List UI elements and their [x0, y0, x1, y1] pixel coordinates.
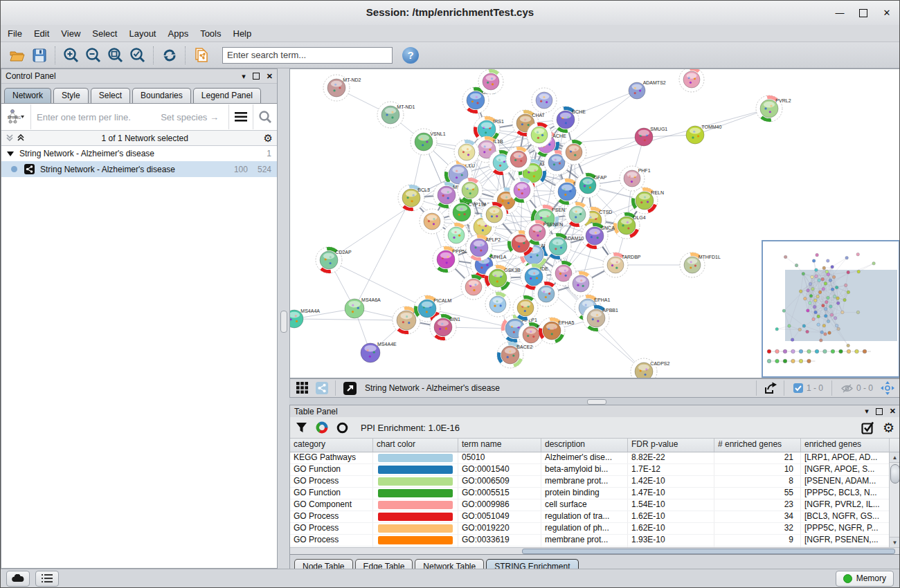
network-node[interactable]: GFAP	[575, 173, 607, 198]
close-icon[interactable]: ✕	[881, 7, 892, 18]
import-network-button[interactable]	[191, 45, 212, 66]
column-header-chart-color[interactable]: chart color	[373, 439, 458, 452]
table-row[interactable]: GO ProcessGO:0051049regulation of tra...…	[290, 511, 900, 523]
network-node[interactable]	[561, 140, 586, 165]
zoom-out-button[interactable]	[83, 45, 104, 66]
table-row[interactable]: GO ProcessGO:0006509membrane prot...1.42…	[290, 476, 900, 488]
tab-network[interactable]: Network	[4, 88, 51, 103]
network-node[interactable]: MS4A4A	[290, 309, 320, 328]
network-node[interactable]: CD2AP	[316, 247, 352, 273]
string-database-selector[interactable]: STRING	[1, 104, 31, 129]
menu-help[interactable]: Help	[233, 28, 252, 39]
table-row[interactable]: GO FunctionGO:0005515protein binding1.47…	[290, 488, 900, 499]
menu-select[interactable]: Select	[92, 28, 117, 39]
refresh-button[interactable]	[159, 45, 180, 66]
network-node[interactable]: EPHA5	[539, 318, 574, 344]
network-node[interactable]: BACE2	[497, 342, 532, 368]
network-view[interactable]: MT-ND2MT-ND1VSNL1GAB2IRS1CHATBCHEACHEAPO…	[289, 68, 900, 378]
checkbox-icon[interactable]	[793, 383, 803, 393]
network-graph[interactable]: MT-ND2MT-ND1VSNL1GAB2IRS1CHATBCHEACHEAPO…	[290, 69, 900, 378]
network-node[interactable]: PHF1	[620, 166, 651, 191]
network-node[interactable]: VSNL1	[411, 129, 446, 155]
column-header-enriched-genes[interactable]: # enriched genes	[714, 439, 801, 452]
table-row[interactable]: GO ProcessGO:0019220regulation of ph...1…	[290, 523, 900, 535]
scroll-up-arrow[interactable]: ▲	[890, 452, 900, 463]
string-options-button[interactable]	[228, 104, 253, 129]
network-node[interactable]: PVRL2	[756, 95, 791, 122]
network-node[interactable]: TOMM40	[686, 125, 722, 144]
filter-icon[interactable]	[296, 422, 307, 433]
network-node[interactable]	[506, 147, 531, 172]
network-collection-row[interactable]: String Network - Alzheimer's disease 1	[1, 146, 277, 161]
enrichment-settings-gear-icon[interactable]: ⚙	[883, 423, 894, 433]
birds-eye-view[interactable]	[762, 241, 899, 377]
menu-edit[interactable]: Edit	[34, 28, 49, 39]
zoom-in-button[interactable]	[61, 45, 82, 66]
help-button[interactable]: ?	[402, 47, 419, 64]
menu-view[interactable]: View	[61, 28, 80, 39]
string-query-input[interactable]	[31, 104, 228, 129]
network-node[interactable]	[461, 275, 486, 300]
splitter-grip[interactable]	[587, 399, 606, 405]
network-node[interactable]: BIN1	[430, 314, 460, 340]
open-file-button[interactable]	[7, 45, 28, 66]
export-image-button[interactable]	[762, 380, 780, 396]
table-row[interactable]: GO ComponentGO:0009986cell surface1.54E-…	[290, 499, 900, 511]
network-node[interactable]	[568, 271, 593, 296]
network-node[interactable]: RELN	[631, 187, 664, 214]
birds-eye-toggle-button[interactable]	[313, 380, 331, 396]
network-node[interactable]: DLG4	[613, 212, 646, 239]
menu-file[interactable]: File	[8, 28, 22, 39]
panel-menu-icon[interactable]: ▾	[242, 72, 246, 81]
tab-select[interactable]: Select	[91, 88, 130, 103]
chart-settings-icon[interactable]	[316, 421, 328, 434]
network-node[interactable]	[532, 88, 557, 113]
tab-boundaries[interactable]: Boundaries	[132, 88, 191, 103]
network-node[interactable]: APBB1	[583, 305, 618, 331]
network-node[interactable]: SNCA	[582, 223, 615, 249]
network-node[interactable]: MS4A4E	[361, 342, 397, 362]
network-node[interactable]	[458, 178, 483, 203]
network-node[interactable]	[513, 295, 538, 320]
tab-legend-panel[interactable]: Legend Panel	[193, 88, 261, 103]
divider-grip[interactable]	[280, 311, 287, 333]
collapse-triangle-icon[interactable]	[7, 151, 14, 156]
ring-chart-icon[interactable]	[336, 422, 348, 434]
network-node[interactable]: BCL3	[398, 185, 430, 211]
scrollbar-thumb[interactable]	[522, 549, 895, 554]
menu-tools[interactable]: Tools	[200, 28, 221, 39]
collapse-expand-icons[interactable]	[6, 134, 26, 143]
network-node[interactable]	[565, 202, 590, 227]
network-node[interactable]: ADAMTS2	[629, 80, 666, 99]
network-node[interactable]	[444, 223, 469, 248]
network-node[interactable]: MT-ND1	[377, 102, 415, 128]
select-columns-icon[interactable]	[861, 421, 874, 434]
save-session-button[interactable]	[29, 45, 50, 66]
table-horizontal-scrollbar[interactable]	[290, 547, 900, 554]
panel-menu-icon[interactable]: ▾	[865, 407, 869, 416]
fullscreen-button[interactable]	[341, 380, 359, 396]
grid-view-button[interactable]	[294, 380, 312, 396]
table-row[interactable]: GO ProcessGO:0033619membrane prot...1.93…	[290, 535, 900, 546]
string-search-button[interactable]	[253, 104, 277, 129]
network-node[interactable]	[420, 209, 444, 234]
panel-float-icon[interactable]	[876, 408, 883, 415]
navigate-button[interactable]	[879, 380, 897, 396]
maximize-icon[interactable]	[858, 7, 869, 18]
menu-layout[interactable]: Layout	[129, 28, 156, 39]
scrollbar-thumb[interactable]	[890, 464, 900, 484]
panel-close-icon[interactable]: ✕	[890, 407, 896, 416]
network-node[interactable]	[454, 140, 479, 165]
zoom-fit-button[interactable]	[105, 45, 126, 66]
network-node[interactable]: MS4A6A	[345, 297, 381, 318]
menu-apps[interactable]: Apps	[168, 28, 189, 39]
cloud-tasks-button[interactable]	[6, 571, 30, 587]
network-node[interactable]	[485, 292, 510, 317]
minimap-viewport[interactable]	[785, 270, 897, 341]
column-header-term-name[interactable]: term name	[458, 439, 541, 452]
memory-button[interactable]: Memory	[836, 571, 894, 587]
network-node[interactable]	[510, 178, 534, 203]
panel-close-icon[interactable]: ✕	[267, 72, 273, 81]
column-header-fdr-p-value[interactable]: FDR p-value	[628, 439, 714, 452]
network-row-selected[interactable]: String Network - Alzheimer's disease 100…	[1, 161, 277, 177]
